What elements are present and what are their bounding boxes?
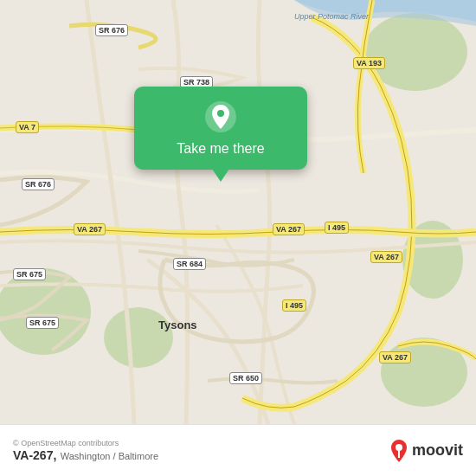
popup-card: Take me there	[134, 87, 307, 170]
road-label-va267-far: VA 267	[379, 351, 411, 363]
moovit-logo: moovit	[389, 439, 463, 463]
road-label-sr675-bot: SR 675	[26, 317, 59, 329]
svg-point-2	[0, 268, 91, 355]
location-pin-icon	[203, 100, 238, 134]
city-label-tysons: Tysons	[158, 318, 197, 331]
take-me-there-button[interactable]: Take me there	[177, 141, 264, 157]
moovit-pin-icon	[389, 439, 408, 463]
road-label-sr684: SR 684	[173, 258, 206, 270]
moovit-label: moovit	[412, 441, 463, 460]
svg-point-8	[396, 444, 402, 451]
bottom-bar: © OpenStreetMap contributors VA-267, Was…	[0, 424, 476, 476]
road-label-sr650: SR 650	[229, 372, 262, 384]
location-name: VA-267,	[13, 448, 56, 462]
road-label-i495-right: I 495	[325, 222, 349, 234]
water-label-potomac: Upper Potomac River	[294, 12, 369, 21]
road-label-va267-mid: VA 267	[273, 223, 305, 235]
bottom-left-info: © OpenStreetMap contributors VA-267, Was…	[13, 439, 158, 463]
location-region: Washington / Baltimore	[61, 451, 158, 461]
road-label-va193: VA 193	[353, 57, 385, 69]
road-label-sr675-left: SR 675	[13, 268, 46, 280]
svg-point-3	[104, 307, 173, 368]
map-container: SR 676 SR 738 VA 7 SR 676 VA 267 SR 684 …	[0, 0, 476, 424]
road-label-va7: VA 7	[16, 121, 39, 133]
location-info: VA-267, Washington / Baltimore	[13, 447, 158, 463]
svg-point-7	[217, 110, 224, 117]
road-label-sr676-top: SR 676	[95, 24, 128, 36]
road-label-sr676-mid: SR 676	[22, 178, 55, 190]
road-label-va267-left: VA 267	[74, 223, 106, 235]
copyright-text: © OpenStreetMap contributors	[13, 439, 158, 447]
road-label-i495-bot: I 495	[282, 299, 306, 312]
road-label-va267-right: VA 267	[370, 251, 402, 263]
